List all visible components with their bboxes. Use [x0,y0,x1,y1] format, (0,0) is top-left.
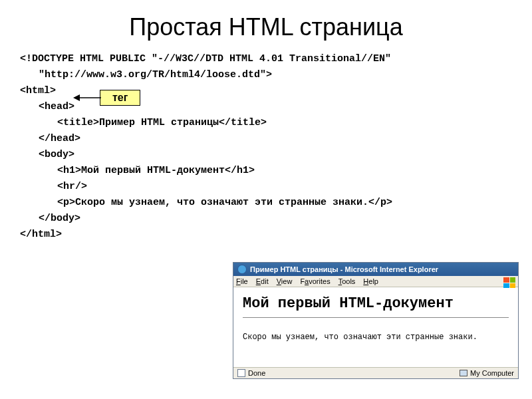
menu-file[interactable]: File [236,277,248,285]
status-zone-text: My Computer [470,369,514,377]
document-icon [237,369,245,377]
status-right: My Computer [460,369,514,377]
rendered-p: Скоро мы узнаем, что означают эти странн… [243,332,509,342]
callout-tag: тег [100,90,140,106]
callout-arrow [73,93,101,102]
menu-favorites[interactable]: Favorites [300,277,330,285]
code-body-open: <body> [20,147,512,163]
status-left: Done [237,369,265,377]
menu-view[interactable]: View [277,277,293,285]
code-p: <p>Скоро мы узнаем, что означают эти стр… [20,195,512,211]
menu-tools[interactable]: Tools [338,277,356,285]
code-html-close: </html> [20,227,512,243]
slide-title: Простая HTML страница [0,0,532,51]
browser-title-text: Пример HTML страницы - Microsoft Interne… [250,265,438,273]
code-body-close: </body> [20,211,512,227]
code-h1: <h1>Мой первый HTML-документ</h1> [20,163,512,179]
browser-statusbar: Done My Computer [233,367,518,378]
menu-edit[interactable]: Edit [256,277,269,285]
rendered-hr [243,317,509,318]
code-title: <title>Пример HTML страницы</title> [20,115,512,131]
status-done-text: Done [248,369,265,377]
browser-viewport: Мой первый HTML-документ Скоро мы узнаем… [233,287,518,367]
code-doctype: <!DOCTYPE HTML PUBLIC "-//W3C//DTD HTML … [20,51,512,83]
code-hr: <hr/> [20,179,512,195]
browser-menubar: File Edit View Favorites Tools Help [233,276,518,287]
windows-logo-icon [503,277,515,288]
svg-marker-1 [73,94,80,101]
ie-icon [237,265,247,274]
code-head-close: </head> [20,131,512,147]
code-example: <!DOCTYPE HTML PUBLIC "-//W3C//DTD HTML … [0,51,532,243]
browser-titlebar: Пример HTML страницы - Microsoft Interne… [233,263,518,276]
browser-window: Пример HTML страницы - Microsoft Interne… [233,262,519,379]
computer-icon [460,370,467,376]
menu-help[interactable]: Help [363,277,378,285]
rendered-h1: Мой первый HTML-документ [243,295,509,312]
